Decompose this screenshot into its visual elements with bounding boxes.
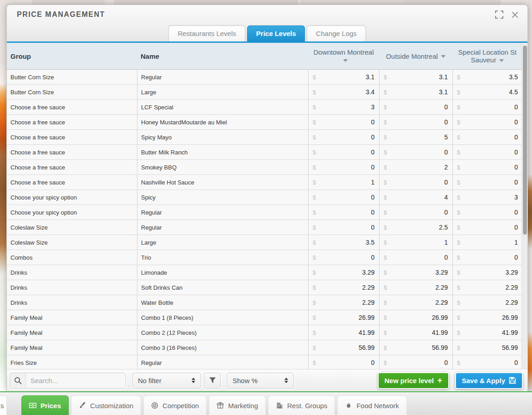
tab-change-logs[interactable]: Change Logs xyxy=(307,26,365,41)
price-cell-downtown-montreal[interactable]: $ 3 xyxy=(308,100,379,114)
price-cell-downtown-montreal[interactable]: $ 1 xyxy=(308,175,379,190)
price-cell-downtown-montreal[interactable]: $ 56.99 xyxy=(308,340,379,355)
price-cell-downtown-montreal[interactable]: $ 0 xyxy=(308,190,379,205)
close-icon[interactable] xyxy=(510,10,519,19)
scrollbar-thumb[interactable] xyxy=(523,46,527,235)
price-cell-outside-montreal[interactable]: $ 2.29 xyxy=(379,280,452,295)
price-cell-special-location[interactable]: $ 0 xyxy=(452,205,522,220)
column-header-outside-montreal[interactable]: Outside Montreal xyxy=(379,43,452,69)
price-cell-outside-montreal[interactable]: $ 3.1 xyxy=(379,70,452,84)
table-scrollbar[interactable] xyxy=(522,43,527,369)
price-cell-downtown-montreal[interactable]: $ 3.4 xyxy=(308,85,379,99)
price-cell-special-location[interactable]: $ 3 xyxy=(452,190,522,205)
tab-price-levels[interactable]: Price Levels xyxy=(247,26,305,41)
column-header-name[interactable]: Name xyxy=(137,43,308,69)
price-cell-outside-montreal[interactable]: $ 0 xyxy=(379,100,452,114)
price-cell-downtown-montreal[interactable]: $ 3.1 xyxy=(308,70,379,84)
search-input[interactable] xyxy=(26,373,126,388)
price-cell-special-location[interactable]: $ 0 xyxy=(452,160,522,174)
price-cell-outside-montreal[interactable]: $ 0 xyxy=(379,175,452,190)
price-cell-downtown-montreal[interactable]: $ 0 xyxy=(308,145,379,159)
currency-symbol: $ xyxy=(457,224,460,231)
nav-tab-marketing[interactable]: Marketing xyxy=(209,395,266,415)
price-value: 5 xyxy=(444,133,448,141)
expand-icon[interactable] xyxy=(495,10,504,19)
price-cell-special-location[interactable]: $ 0 xyxy=(452,145,522,159)
price-cell-special-location[interactable]: $ 56.99 xyxy=(452,340,522,355)
price-cell-downtown-montreal[interactable]: $ 2.29 xyxy=(308,280,379,295)
gift-icon xyxy=(217,402,224,409)
name-cell: Water Bottle xyxy=(137,295,308,310)
price-cell-downtown-montreal[interactable]: $ 0 xyxy=(308,115,379,129)
group-cell: Combos xyxy=(7,250,137,265)
price-cell-outside-montreal[interactable]: $ 3.1 xyxy=(379,85,452,99)
column-header-special-location[interactable]: Special Location St Sauveur xyxy=(452,43,522,69)
price-cell-downtown-montreal[interactable]: $ 0 xyxy=(308,205,379,220)
price-cell-special-location[interactable]: $ 0 xyxy=(452,220,522,235)
save-apply-button[interactable]: Save & Apply xyxy=(455,372,523,389)
tab-restaurants-levels[interactable]: Restaurants Levels xyxy=(168,26,245,41)
new-price-level-button[interactable]: New price level + xyxy=(378,372,449,389)
currency-symbol: $ xyxy=(457,149,460,156)
price-cell-special-location[interactable]: $ 0 xyxy=(452,100,522,114)
column-header-group[interactable]: Group xyxy=(7,43,137,69)
nav-tab-rest-groups[interactable]: Rest. Groups xyxy=(268,395,335,415)
nav-tab-competition[interactable]: Competition xyxy=(143,395,207,415)
currency-symbol: $ xyxy=(457,284,460,291)
filter-funnel-button[interactable] xyxy=(204,373,221,389)
price-cell-special-location[interactable]: $ 26.99 xyxy=(452,310,522,325)
price-cell-special-location[interactable]: $ 41.99 xyxy=(452,325,522,340)
price-cell-outside-montreal[interactable]: $ 2.29 xyxy=(379,295,452,310)
nav-tab-food-network[interactable]: Food Network xyxy=(337,395,406,415)
price-cell-special-location[interactable]: $ 4.5 xyxy=(452,85,522,99)
price-cell-outside-montreal[interactable]: $ 56.99 xyxy=(379,340,452,355)
nav-tab-partial[interactable]: s xyxy=(0,395,7,415)
price-cell-special-location[interactable]: $ 0 xyxy=(452,130,522,144)
price-cell-outside-montreal[interactable]: $ 41.99 xyxy=(379,325,452,340)
group-cell: Drinks xyxy=(7,295,137,310)
price-cell-downtown-montreal[interactable]: $ 0 xyxy=(308,220,379,235)
price-cell-downtown-montreal[interactable]: $ 41.99 xyxy=(308,325,379,340)
price-cell-outside-montreal[interactable]: $ 5 xyxy=(379,130,452,144)
price-cell-outside-montreal[interactable]: $ 3.29 xyxy=(379,265,452,280)
price-cell-outside-montreal[interactable]: $ 1 xyxy=(379,235,452,250)
price-cell-downtown-montreal[interactable]: $ 2.29 xyxy=(308,295,379,310)
show-percent-select[interactable]: Show % xyxy=(227,373,294,389)
price-cell-downtown-montreal[interactable]: $ 0 xyxy=(308,160,379,174)
price-cell-outside-montreal[interactable]: $ 0 xyxy=(379,145,452,159)
price-cell-outside-montreal[interactable]: $ 0 xyxy=(379,205,452,220)
price-value: 0 xyxy=(371,164,375,171)
price-cell-special-location[interactable]: $ 2.29 xyxy=(452,295,522,310)
price-cell-downtown-montreal[interactable]: $ 0 xyxy=(308,355,379,369)
modal-header-area: PRICE MANAGEMENT Restaurants Levels Pric… xyxy=(7,5,527,43)
price-value: 2.29 xyxy=(436,284,448,291)
price-value: 3.29 xyxy=(362,269,375,276)
price-cell-outside-montreal[interactable]: $ 0 xyxy=(379,250,452,265)
price-cell-downtown-montreal[interactable]: $ 3.5 xyxy=(308,235,379,250)
currency-symbol: $ xyxy=(457,239,460,246)
price-cell-special-location[interactable]: $ 3.5 xyxy=(452,70,522,84)
price-cell-special-location[interactable]: $ 1 xyxy=(452,235,522,250)
price-cell-outside-montreal[interactable]: $ 4 xyxy=(379,190,452,205)
currency-symbol: $ xyxy=(384,164,387,171)
price-cell-special-location[interactable]: $ 0 xyxy=(452,175,522,190)
price-cell-special-location[interactable]: $ 3.29 xyxy=(452,265,522,280)
currency-symbol: $ xyxy=(313,269,316,276)
price-cell-downtown-montreal[interactable]: $ 26.99 xyxy=(308,310,379,325)
filter-select[interactable]: No filter xyxy=(132,373,201,389)
price-cell-outside-montreal[interactable]: $ 2.5 xyxy=(379,220,452,235)
price-cell-downtown-montreal[interactable]: $ 0 xyxy=(308,250,379,265)
nav-tab-prices[interactable]: Prices xyxy=(21,395,69,415)
price-cell-outside-montreal[interactable]: $ 26.99 xyxy=(379,310,452,325)
nav-tab-customization[interactable]: Customization xyxy=(71,395,141,415)
column-header-downtown-montreal[interactable]: Downtown Montreal xyxy=(308,43,379,69)
price-cell-special-location[interactable]: $ 0 xyxy=(452,355,522,369)
price-cell-special-location[interactable]: $ 0 xyxy=(452,115,522,129)
price-cell-outside-montreal[interactable]: $ 0 xyxy=(379,355,452,369)
price-cell-downtown-montreal[interactable]: $ 3.29 xyxy=(308,265,379,280)
price-cell-outside-montreal[interactable]: $ 0 xyxy=(379,115,452,129)
price-cell-special-location[interactable]: $ 2.29 xyxy=(452,280,522,295)
price-cell-downtown-montreal[interactable]: $ 0 xyxy=(308,130,379,144)
price-cell-special-location[interactable]: $ 0 xyxy=(452,250,522,265)
price-cell-outside-montreal[interactable]: $ 2 xyxy=(379,160,452,174)
